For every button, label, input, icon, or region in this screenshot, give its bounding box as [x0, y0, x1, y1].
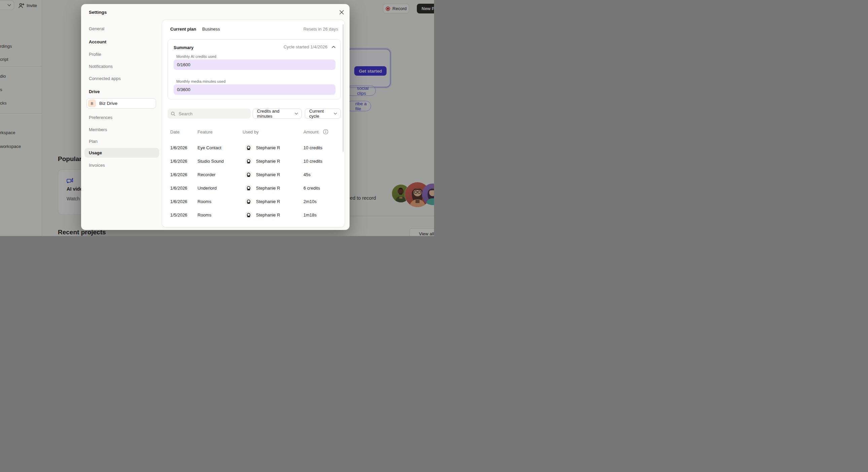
chevron-down-icon: [149, 103, 152, 105]
usage-search: [167, 109, 251, 119]
settings-nav-plan[interactable]: Plan: [89, 139, 98, 144]
settings-nav-connected-apps[interactable]: Connected apps: [89, 76, 121, 81]
cell-feature: Eye Contact: [197, 145, 221, 150]
cell-user: Stephanie R: [256, 186, 280, 191]
cell-amount: 10 credits: [304, 159, 322, 164]
drive-selector[interactable]: B Biz Drive: [87, 98, 156, 109]
ai-credits-value: 0/1600: [177, 62, 190, 67]
table-row: 1/6/2026 Rooms Stephanie R 2m10s: [162, 195, 342, 208]
col-header-date: Date: [170, 129, 179, 134]
cell-feature: Underlord: [197, 186, 217, 191]
drive-name: Biz Drive: [99, 101, 146, 106]
user-avatar: [246, 212, 252, 218]
col-header-used-by: Used by: [243, 129, 259, 134]
table-row: 1/5/2026 Rooms Stephanie R 1m18s: [162, 208, 342, 222]
cell-date: 1/6/2026: [170, 172, 187, 177]
cell-feature: Recorder: [197, 172, 215, 177]
cell-feature: Studio Sound: [197, 159, 224, 164]
cell-amount: 6 credits: [304, 186, 320, 191]
scrollbar-thumb[interactable]: [342, 24, 344, 152]
plan-resets-text: Resets in 26 days: [304, 27, 338, 32]
modal-title: Settings: [89, 10, 107, 15]
table-row: 1/6/2026 Eye Contact Stephanie R 10 cred…: [162, 141, 342, 154]
cell-feature: Rooms: [197, 212, 211, 217]
usage-panel: Current plan Business Resets in 26 days …: [162, 20, 344, 227]
settings-nav-notifications[interactable]: Notifications: [89, 64, 113, 69]
cell-amount: 1m18s: [304, 212, 317, 217]
settings-nav-invoices[interactable]: Invoices: [89, 163, 105, 168]
cell-user: Stephanie R: [256, 145, 280, 150]
settings-nav-preferences[interactable]: Preferences: [89, 115, 112, 120]
media-minutes-bar: 0/3600: [174, 85, 335, 95]
summary-card: Summary Cycle started 1/4/2026 Monthly A…: [167, 39, 341, 100]
user-avatar: [246, 198, 252, 204]
ai-credits-bar: 0/1600: [174, 60, 335, 70]
chevron-up-icon[interactable]: [332, 46, 335, 48]
media-minutes-label: Monthly media minutes used: [176, 79, 225, 83]
cell-user: Stephanie R: [256, 212, 280, 217]
settings-modal: Settings General Account Profile Notific…: [81, 4, 349, 230]
settings-nav-drive-header: Drive: [89, 89, 100, 94]
settings-nav-account-header: Account: [89, 39, 106, 44]
cell-date: 1/6/2026: [170, 186, 187, 191]
chevron-down-icon: [295, 113, 298, 115]
plan-row: Current plan Business Resets in 26 days: [162, 27, 344, 32]
current-plan-value: Business: [202, 27, 220, 32]
summary-title: Summary: [174, 45, 193, 50]
cell-amount: 10 credits: [304, 145, 322, 150]
cell-feature: Rooms: [197, 199, 211, 204]
search-icon: [171, 112, 175, 116]
user-avatar: [246, 144, 252, 150]
cell-user: Stephanie R: [256, 159, 280, 164]
cell-date: 1/5/2026: [170, 212, 187, 217]
chevron-down-icon: [334, 113, 337, 115]
user-avatar: [246, 171, 252, 177]
search-input[interactable]: [178, 111, 240, 117]
type-filter-dropdown[interactable]: Credits and minutes: [253, 109, 302, 119]
user-avatar: [246, 158, 252, 164]
info-icon[interactable]: [323, 129, 328, 134]
close-icon[interactable]: [339, 10, 344, 15]
col-header-feature: Feature: [197, 129, 213, 134]
cell-date: 1/6/2026: [170, 145, 187, 150]
settings-nav-members[interactable]: Members: [89, 127, 107, 132]
cycle-filter-label: Current cycle: [309, 109, 334, 119]
cell-amount: 45s: [304, 172, 311, 177]
table-row: 1/6/2026 Recorder Stephanie R 45s: [162, 168, 342, 181]
settings-nav-general[interactable]: General: [89, 26, 104, 31]
cell-user: Stephanie R: [256, 199, 280, 204]
cell-user: Stephanie R: [256, 172, 280, 177]
col-header-amount: Amount: [304, 129, 319, 134]
ai-credits-label: Monthly AI credits used: [176, 55, 216, 59]
drive-initial-badge: B: [88, 100, 96, 107]
table-row: 1/6/2026 Underlord Stephanie R 6 credits: [162, 181, 342, 195]
current-plan-label: Current plan: [170, 27, 196, 32]
cycle-started-text: Cycle started 1/4/2026: [284, 44, 327, 49]
settings-nav-usage[interactable]: Usage: [89, 150, 102, 155]
cell-amount: 2m10s: [304, 199, 317, 204]
cell-date: 1/6/2026: [170, 199, 187, 204]
media-minutes-value: 0/3600: [177, 87, 190, 92]
user-avatar: [246, 185, 252, 191]
table-row: 1/6/2026 Studio Sound Stephanie R 10 cre…: [162, 154, 342, 168]
settings-nav-profile[interactable]: Profile: [89, 52, 101, 57]
cell-date: 1/6/2026: [170, 159, 187, 164]
type-filter-label: Credits and minutes: [257, 109, 295, 119]
cycle-filter-dropdown[interactable]: Current cycle: [305, 109, 341, 119]
screen: Invite Record New P rdings cript dio s c…: [0, 0, 434, 236]
